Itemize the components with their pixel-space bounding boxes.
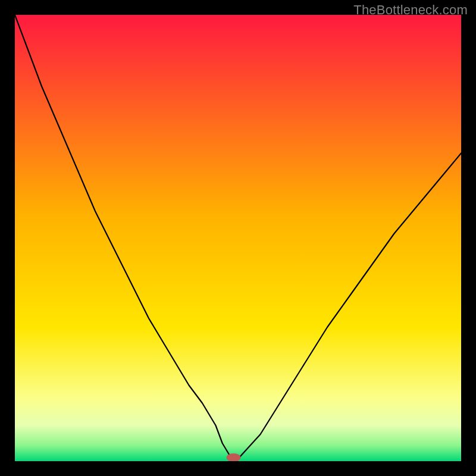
- bottleneck-curve-chart: [15, 15, 461, 461]
- gradient-background: [15, 15, 461, 461]
- plot-area: [15, 15, 461, 461]
- chart-frame: TheBottleneck.com: [0, 0, 476, 476]
- watermark-text: TheBottleneck.com: [353, 2, 468, 18]
